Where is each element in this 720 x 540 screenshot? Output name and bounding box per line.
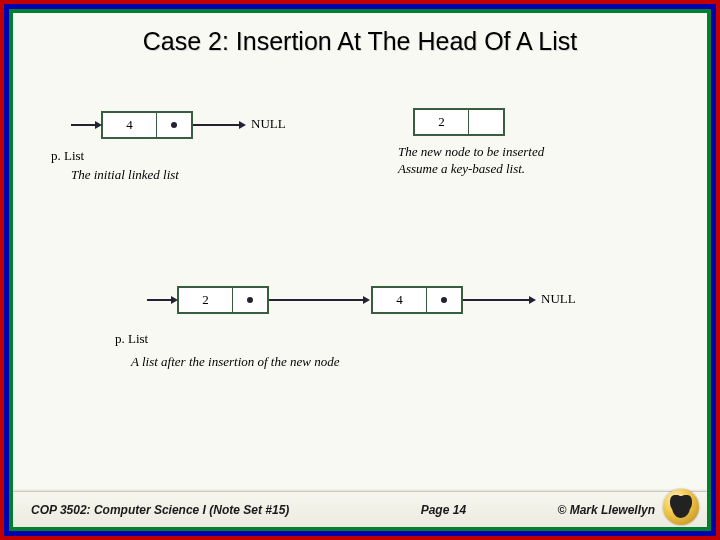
bottom-node-4-value: 4 <box>373 288 427 312</box>
arrow-head-icon <box>171 296 178 304</box>
top-null-label: NULL <box>251 116 286 132</box>
bottom-node-4: 4 <box>371 286 463 314</box>
top-node-4: 4 <box>101 111 193 139</box>
top-initial-caption: The initial linked list <box>71 167 179 183</box>
ucf-logo-icon <box>663 489 699 525</box>
top-node-2-value: 2 <box>415 110 469 134</box>
bottom-plist-label: p. List <box>115 331 148 347</box>
arrow-plist-to-node2 <box>147 299 171 301</box>
arrow-plist-to-node4 <box>71 124 95 126</box>
footer-left: COP 3502: Computer Science I (Note Set #… <box>13 503 289 517</box>
footer-page: Page 14 <box>289 503 557 517</box>
top-newnode-line2: Assume a key-based list. <box>398 161 525 177</box>
bottom-node-4-pointer <box>427 288 461 312</box>
top-node-2: 2 <box>413 108 505 136</box>
bottom-node-2-value: 2 <box>179 288 233 312</box>
bottom-node-2-pointer <box>233 288 267 312</box>
top-node-4-value: 4 <box>103 113 157 137</box>
arrow-head-icon <box>529 296 536 304</box>
arrow-head-icon <box>363 296 370 304</box>
bottom-null-label: NULL <box>541 291 576 307</box>
pointer-dot-icon <box>441 297 447 303</box>
top-node-2-pointer <box>469 110 503 134</box>
bottom-node-2: 2 <box>177 286 269 314</box>
arrow-head-icon <box>239 121 246 129</box>
bottom-after-caption: A list after the insertion of the new no… <box>131 354 339 370</box>
top-newnode-line1: The new node to be inserted <box>398 144 544 160</box>
footer-bar: COP 3502: Computer Science I (Note Set #… <box>13 491 707 527</box>
diagram-canvas: 4 NULL p. List The initial linked list 2… <box>13 56 707 476</box>
top-node-4-pointer <box>157 113 191 137</box>
arrow-node2-to-node4 <box>269 299 363 301</box>
slide-title: Case 2: Insertion At The Head Of A List <box>13 13 707 56</box>
arrow-node4-to-null <box>193 124 239 126</box>
pointer-dot-icon <box>171 122 177 128</box>
pointer-dot-icon <box>247 297 253 303</box>
arrow-head-icon <box>95 121 102 129</box>
top-plist-label: p. List <box>51 148 84 164</box>
arrow-node4-to-null-bottom <box>463 299 529 301</box>
